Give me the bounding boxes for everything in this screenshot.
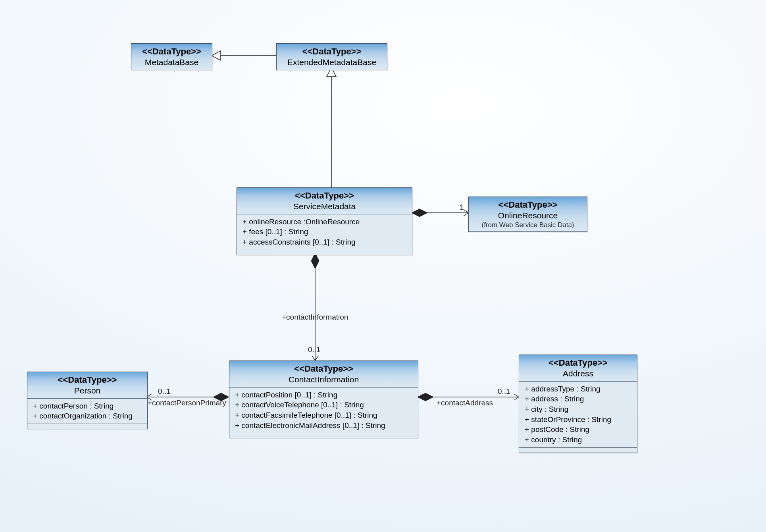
class-name: OnlineResource	[474, 210, 581, 221]
class-service-metadata: <<DataType>> ServiceMetadata + onlineRes…	[237, 187, 412, 255]
attribute: + contactVoiceTelephone [0..1] : String	[235, 400, 412, 410]
class-address: <<DataType>> Address + addressType : Str…	[519, 355, 637, 453]
class-subtitle: (from Web Service Basic Data)	[474, 221, 581, 229]
edge-mult-online-resource: 1	[460, 203, 464, 212]
attribute: + contactOrganization : String	[33, 411, 142, 421]
attribute: + contactPerson : String	[33, 401, 142, 411]
attribute: + accessConstraints [0..1] : String	[243, 237, 406, 247]
stereotype-label: <<DataType>>	[282, 46, 381, 57]
stereotype-label: <<DataType>>	[137, 46, 206, 57]
class-contact-information: <<DataType>> ContactInformation + contac…	[229, 360, 418, 438]
svg-marker-6	[311, 253, 319, 269]
attribute: + postCode : String	[525, 424, 631, 435]
attribute: + addressType : String	[525, 384, 631, 394]
svg-marker-4	[412, 209, 427, 217]
stereotype-label: <<DataType>>	[525, 357, 631, 368]
edge-mult-person: 0..1	[158, 387, 171, 396]
edge-role-contact-information: +contactInformation	[282, 313, 348, 322]
svg-marker-1	[212, 51, 221, 60]
attribute: + address : String	[525, 394, 631, 404]
class-name: ServiceMetadata	[243, 201, 406, 212]
attribute: + fees [0..1] : String	[243, 227, 406, 237]
attribute: + contactElectronicMailAddress [0..1] : …	[235, 420, 412, 431]
class-name: MetadataBase	[137, 57, 206, 67]
attribute: + contactFacsimileTelephone [0..1] : Str…	[235, 410, 412, 420]
class-person: <<DataType>> Person + contactPerson : St…	[27, 372, 148, 429]
class-extended-metadata-base: <<DataType>> ExtendedMetadataBase	[276, 43, 387, 70]
attribute: + country : String	[525, 435, 631, 445]
stereotype-label: <<DataType>>	[33, 374, 142, 386]
stereotype-label: <<DataType>>	[474, 199, 581, 210]
attribute: + contactPosition [0..1] : String	[235, 390, 412, 400]
class-name: ExtendedMetadataBase	[282, 57, 381, 67]
edge-mult-address: 0..1	[498, 387, 510, 396]
class-name: Address	[525, 368, 631, 379]
edge-role-address: +contactAddress	[437, 399, 493, 407]
edge-mult-contact-information: 0..1	[308, 345, 321, 354]
class-metadata-base: <<DataType>> MetadataBase	[131, 43, 212, 70]
edge-role-person: +contactPersonPrimary	[148, 399, 226, 407]
class-name: ContactInformation	[235, 374, 412, 385]
svg-marker-10	[418, 393, 433, 401]
attribute: + onlineResource :OnlineResource	[243, 217, 406, 227]
stereotype-label: <<DataType>>	[235, 363, 412, 374]
attribute: + city : String	[525, 404, 631, 414]
class-online-resource: <<DataType>> OnlineResource (from Web Se…	[468, 197, 587, 232]
attribute: + stateOrProvince : String	[525, 414, 631, 425]
stereotype-label: <<DataType>>	[243, 190, 406, 201]
class-name: Person	[33, 386, 142, 396]
uml-connectors	[0, 0, 766, 532]
